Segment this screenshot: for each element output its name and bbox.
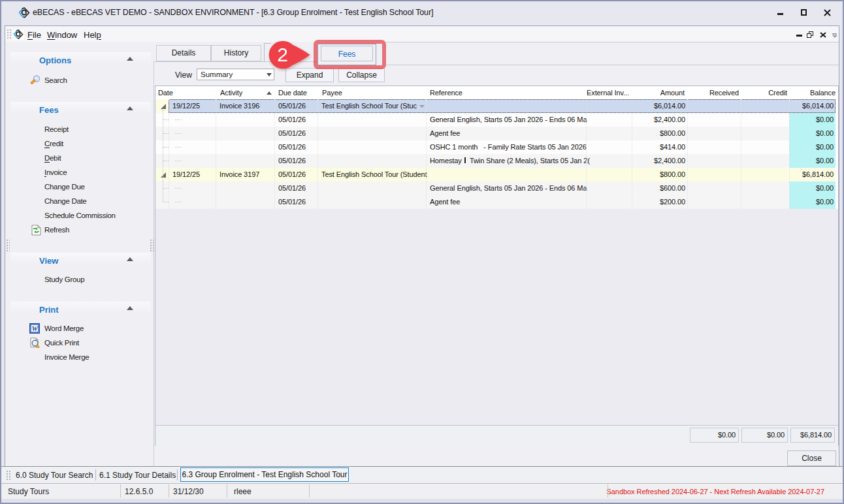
svg-text:W: W bbox=[31, 325, 38, 332]
svg-text:2: 2 bbox=[277, 44, 288, 65]
